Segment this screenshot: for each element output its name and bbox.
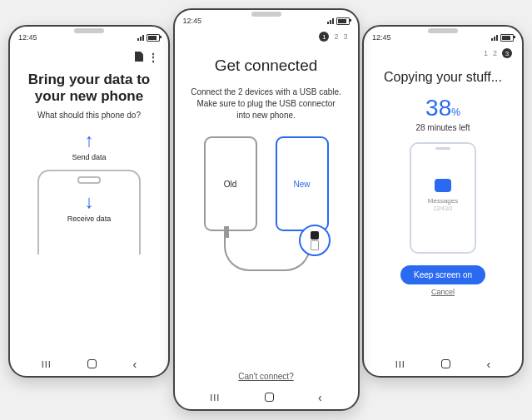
status-icons — [491, 34, 514, 42]
nav-back-button[interactable]: ‹ — [487, 358, 491, 371]
nav-bar: III ‹ — [364, 358, 522, 371]
messages-icon — [435, 179, 451, 192]
page-subtitle: What should this phone do? — [15, 111, 163, 120]
status-bar: 12:45 — [10, 33, 168, 42]
page-description: Connect the 2 devices with a USB cable. … — [180, 86, 353, 121]
status-bar: 12:45 — [175, 17, 358, 25]
signal-icon — [491, 35, 498, 41]
arrow-down-icon: ↓ — [39, 193, 139, 211]
new-phone-illustration: New — [276, 136, 329, 231]
sim-icon — [135, 52, 143, 62]
nav-home-button[interactable] — [441, 359, 450, 370]
nav-recents-button[interactable]: III — [210, 393, 220, 403]
nav-bar: III ‹ — [10, 358, 168, 371]
page-title: Copying your stuff... — [369, 70, 517, 85]
phone-left: 12:45 ⋮ Bring your data toyour new phone… — [8, 25, 170, 378]
usb-plug-icon — [311, 240, 319, 250]
battery-icon — [147, 34, 160, 42]
step-3-active: 3 — [502, 48, 512, 58]
category-label: Messages — [411, 197, 475, 205]
step-indicator: 1 2 3 — [369, 48, 517, 58]
more-menu-icon[interactable]: ⋮ — [148, 52, 158, 63]
cant-connect-link[interactable]: Can't connect? — [180, 372, 353, 381]
status-bar: 12:45 — [364, 33, 522, 42]
signal-icon — [137, 35, 144, 41]
status-time: 12:45 — [18, 33, 37, 42]
page-title: Bring your data toyour new phone — [20, 72, 158, 106]
step-1-active: 1 — [319, 32, 329, 42]
category-count: 12/43/2 — [411, 205, 475, 211]
phone-right: 12:45 1 2 3 Copying your stuff... 38% 28… — [362, 25, 524, 378]
cancel-button[interactable]: Cancel — [369, 288, 517, 296]
device-illustration: Messages 12/43/2 — [410, 142, 476, 254]
step-3: 3 — [343, 32, 347, 41]
nav-back-button[interactable]: ‹ — [318, 391, 322, 404]
status-time: 12:45 — [372, 33, 391, 42]
nav-bar: III ‹ — [175, 391, 358, 404]
step-indicator: 1 2 3 — [180, 32, 353, 42]
send-data-label: Send data — [15, 153, 163, 161]
nav-home-button[interactable] — [265, 393, 274, 403]
keep-screen-on-button[interactable]: Keep screen on — [400, 265, 485, 284]
battery-icon — [336, 17, 350, 25]
status-icons — [327, 17, 350, 25]
cable-illustration — [224, 236, 311, 271]
old-phone-illustration: Old — [204, 136, 257, 231]
receive-data-button[interactable]: ↓ Receive data — [39, 193, 139, 223]
progress-percent: 38% — [369, 95, 517, 121]
arrow-up-icon: ↑ — [15, 131, 163, 150]
nav-recents-button[interactable]: III — [395, 359, 405, 369]
connection-illustration: Old New — [196, 136, 337, 278]
status-icons — [137, 34, 160, 42]
step-2: 2 — [493, 49, 497, 57]
step-2: 2 — [334, 32, 338, 41]
adapter-icon — [311, 231, 319, 240]
progress-eta: 28 minutes left — [369, 123, 517, 132]
page-title: Get connected — [180, 57, 353, 75]
usb-connector-icon — [299, 225, 331, 256]
plug-left-icon — [224, 226, 229, 238]
signal-icon — [327, 18, 334, 24]
send-data-button[interactable]: ↑ Send data — [15, 131, 163, 161]
step-1: 1 — [484, 49, 488, 57]
battery-icon — [500, 34, 514, 42]
phone-center: 12:45 1 2 3 Get connected Connect the 2 … — [173, 8, 360, 411]
receive-data-label: Receive data — [39, 215, 139, 223]
nav-home-button[interactable] — [87, 359, 97, 370]
nav-recents-button[interactable]: III — [42, 359, 52, 369]
status-time: 12:45 — [183, 17, 202, 25]
phone-illustration: ↓ Receive data — [37, 170, 141, 254]
nav-back-button[interactable]: ‹ — [133, 358, 137, 371]
